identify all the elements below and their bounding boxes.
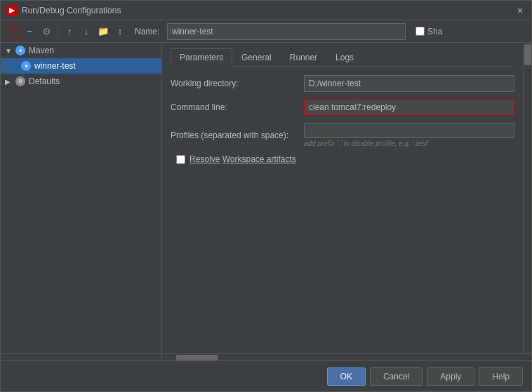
defaults-arrow: ▶ [5,78,15,86]
sidebar-scroll-spacer [1,354,162,360]
ok-button[interactable]: OK [327,367,366,386]
profiles-input-container: add prefix '-' to disable profile, e.g. … [304,123,514,147]
tab-parameters[interactable]: Parameters [171,48,232,67]
tab-runner[interactable]: Runner [281,48,326,66]
sidebar: ▼ ✦ Maven ✦ winner-test ▶ ⚙ Defaults [1,43,162,353]
title-bar-left: ▶ Run/Debug Configurations [6,5,121,16]
winner-test-icon: ✦ [20,60,32,72]
profiles-row: Profiles (separated with space): add pre… [171,123,514,147]
defaults-icon: ⚙ [15,76,26,87]
sort-button[interactable]: ↕ [112,24,128,39]
resolve-workspace-row: Resolve Workspace artifacts [171,154,514,164]
toolbar: + − ⊙ ↑ ↓ 📁 ↕ Name: Sha [1,20,531,43]
close-button[interactable]: × [514,5,526,16]
run-debug-configurations-dialog: ▶ Run/Debug Configurations × + − ⊙ ↑ ↓ 📁… [0,0,532,392]
share-label: Sha [427,27,442,36]
tabs-container: Parameters General Runner Logs [171,48,514,67]
tab-logs[interactable]: Logs [326,48,363,66]
resolve-workspace-label: Resolve Workspace artifacts [189,154,296,164]
tab-general[interactable]: General [232,48,281,66]
share-checkbox[interactable] [415,27,425,36]
scrollbar-thumb[interactable] [524,44,531,65]
sidebar-item-winner-test[interactable]: ✦ winner-test [1,58,161,74]
maven-arrow: ▼ [5,47,15,55]
move-down-button[interactable]: ↓ [79,24,94,39]
footer: OK Cancel Apply Help [1,360,531,391]
working-directory-label: Working directory: [171,79,304,88]
main-content: ▼ ✦ Maven ✦ winner-test ▶ ⚙ Defaults [1,43,531,353]
maven-label: Maven [29,46,54,55]
folder-button[interactable]: 📁 [95,24,111,39]
share-checkbox-area: Sha [415,27,442,36]
profiles-label: Profiles (separated with space): [171,130,304,140]
cancel-button[interactable]: Cancel [370,367,423,386]
working-directory-input[interactable] [304,75,514,92]
command-line-input[interactable] [304,99,514,116]
horizontal-scroll-area [1,353,531,360]
app-icon: ▶ [6,5,18,16]
command-line-label: Command line: [171,102,304,112]
sidebar-item-defaults[interactable]: ▶ ⚙ Defaults [1,74,161,89]
copy-configuration-button[interactable]: ⊙ [39,24,54,39]
resolve-workspace-checkbox[interactable] [176,155,185,164]
dialog-title: Run/Debug Configurations [22,6,121,15]
title-bar: ▶ Run/Debug Configurations × [1,1,531,20]
toolbar-separator-1 [58,25,58,38]
h-scrollbar-thumb[interactable] [176,355,218,360]
working-directory-row: Working directory: [171,75,514,92]
help-button[interactable]: Help [479,367,523,386]
winner-test-label: winner-test [34,61,76,71]
sidebar-item-maven[interactable]: ▼ ✦ Maven [1,43,161,58]
move-up-button[interactable]: ↑ [62,24,77,39]
defaults-label: Defaults [29,76,60,86]
add-configuration-button[interactable]: + [5,24,20,39]
tab-parameters-content: Working directory: Command line: Profile… [171,75,514,164]
apply-button[interactable]: Apply [427,367,474,386]
profiles-hint: add prefix '-' to disable profile, e.g. … [304,140,514,147]
detail-panel: Parameters General Runner Logs Working d… [162,43,523,353]
command-line-row: Command line: [171,99,514,116]
remove-configuration-button[interactable]: − [22,24,37,39]
name-label: Name: [135,27,163,36]
right-scrollbar[interactable] [523,43,531,353]
maven-icon: ✦ [15,45,26,56]
detail-scroll-track[interactable] [162,354,531,360]
profiles-input[interactable] [304,123,514,138]
workspace-underline: Workspace artifacts [222,154,296,164]
name-input[interactable] [167,23,406,40]
